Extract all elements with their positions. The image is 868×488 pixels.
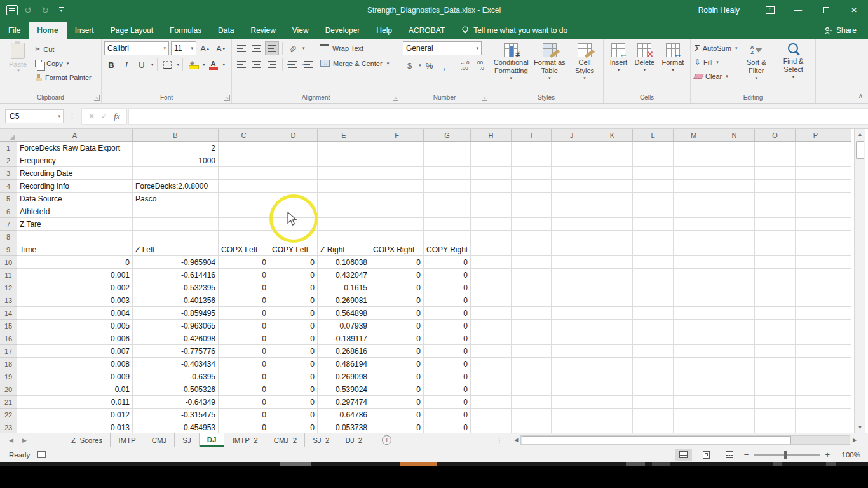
- cell-A11[interactable]: 0.001: [17, 269, 133, 281]
- conditional-formatting-button[interactable]: ≠ Conditional Formatting▾: [492, 41, 531, 82]
- cell-I23[interactable]: [512, 421, 552, 433]
- cell-E10[interactable]: 0.106038: [318, 256, 370, 269]
- font-name-combobox[interactable]: Calibri▾: [104, 41, 169, 55]
- cell-A12[interactable]: 0.002: [17, 281, 133, 294]
- cell-G3[interactable]: [424, 167, 471, 180]
- cell-E5[interactable]: [318, 193, 370, 205]
- cell-H13[interactable]: [471, 294, 512, 307]
- cell-B9[interactable]: Z Left: [133, 243, 219, 256]
- cell-P4[interactable]: [796, 180, 836, 193]
- cell-A20[interactable]: 0.01: [17, 383, 133, 396]
- row-header-3[interactable]: 3: [0, 167, 17, 180]
- cell-C19[interactable]: 0: [219, 370, 269, 383]
- cell-partial-3[interactable]: [836, 167, 851, 180]
- cell-G16[interactable]: 0: [424, 332, 471, 345]
- cell-O20[interactable]: [755, 383, 796, 396]
- cell-O22[interactable]: [755, 409, 796, 421]
- cell-I5[interactable]: [512, 193, 552, 205]
- orientation-icon[interactable]: ab: [286, 41, 300, 55]
- font-color-icon[interactable]: A: [207, 58, 220, 72]
- cell-G8[interactable]: [424, 231, 471, 243]
- cell-M5[interactable]: [674, 193, 714, 205]
- cell-J6[interactable]: [552, 205, 592, 218]
- cell-B16[interactable]: -0.426098: [133, 332, 219, 345]
- cell-C5[interactable]: [219, 193, 269, 205]
- cell-I16[interactable]: [512, 332, 552, 345]
- cell-C11[interactable]: 0: [219, 269, 269, 281]
- ribbon-tab-help[interactable]: Help: [368, 22, 400, 39]
- cell-B13[interactable]: -0.401356: [133, 294, 219, 307]
- cell-C23[interactable]: 0: [219, 421, 269, 433]
- cell-J17[interactable]: [552, 345, 592, 358]
- cell-F10[interactable]: 0: [370, 256, 424, 269]
- cell-B22[interactable]: -0.315475: [133, 409, 219, 421]
- cell-P1[interactable]: [796, 142, 836, 154]
- enter-formula-icon[interactable]: ✓: [101, 112, 107, 121]
- cell-C9[interactable]: COPX Left: [219, 243, 269, 256]
- formula-bar-splitter[interactable]: ⋮: [69, 112, 76, 120]
- cell-M4[interactable]: [674, 180, 714, 193]
- cell-D15[interactable]: 0: [269, 320, 318, 332]
- cell-B10[interactable]: -0.965904: [133, 256, 219, 269]
- cell-G6[interactable]: [424, 205, 471, 218]
- cell-P3[interactable]: [796, 167, 836, 180]
- cell-M6[interactable]: [674, 205, 714, 218]
- cell-C8[interactable]: [219, 231, 269, 243]
- cell-G21[interactable]: 0: [424, 396, 471, 409]
- cell-A14[interactable]: 0.004: [17, 307, 133, 320]
- row-header-2[interactable]: 2: [0, 154, 17, 167]
- row-header-20[interactable]: 20: [0, 383, 17, 396]
- cell-A23[interactable]: 0.013: [17, 421, 133, 433]
- increase-indent-icon[interactable]: →: [301, 57, 315, 71]
- cell-N18[interactable]: [714, 358, 755, 370]
- decrease-indent-icon[interactable]: ←: [286, 57, 300, 71]
- cell-B5[interactable]: Pasco: [133, 193, 219, 205]
- cell-partial-18[interactable]: [836, 358, 851, 370]
- cell-J14[interactable]: [552, 307, 592, 320]
- cell-I12[interactable]: [512, 281, 552, 294]
- cell-J7[interactable]: [552, 218, 592, 231]
- cell-K7[interactable]: [592, 218, 633, 231]
- cell-J20[interactable]: [552, 383, 592, 396]
- cell-I4[interactable]: [512, 180, 552, 193]
- cell-L19[interactable]: [633, 370, 674, 383]
- delete-cells-button[interactable]: ✕ Delete▾: [633, 41, 656, 74]
- cell-N22[interactable]: [714, 409, 755, 421]
- cell-N23[interactable]: [714, 421, 755, 433]
- cell-P7[interactable]: [796, 218, 836, 231]
- accounting-format-icon[interactable]: $: [403, 58, 416, 72]
- cell-G7[interactable]: [424, 218, 471, 231]
- cell-N11[interactable]: [714, 269, 755, 281]
- cell-D17[interactable]: 0: [269, 345, 318, 358]
- scroll-left-icon[interactable]: ◀: [512, 435, 520, 445]
- cell-O19[interactable]: [755, 370, 796, 383]
- horizontal-scroll-thumb[interactable]: [522, 436, 791, 444]
- cell-J3[interactable]: [552, 167, 592, 180]
- cell-O6[interactable]: [755, 205, 796, 218]
- cell-C14[interactable]: 0: [219, 307, 269, 320]
- cell-L7[interactable]: [633, 218, 674, 231]
- row-header-5[interactable]: 5: [0, 193, 17, 205]
- cell-partial-12[interactable]: [836, 281, 851, 294]
- cell-J4[interactable]: [552, 180, 592, 193]
- vertical-scrollbar[interactable]: ▲ ▼: [854, 129, 865, 433]
- redo-icon[interactable]: ↻▾: [41, 6, 52, 15]
- cell-N5[interactable]: [714, 193, 755, 205]
- cell-O18[interactable]: [755, 358, 796, 370]
- cell-C13[interactable]: 0: [219, 294, 269, 307]
- column-header-C[interactable]: C: [219, 129, 269, 142]
- cell-partial-1[interactable]: [836, 142, 851, 154]
- cell-J12[interactable]: [552, 281, 592, 294]
- cell-M13[interactable]: [674, 294, 714, 307]
- cell-O4[interactable]: [755, 180, 796, 193]
- cell-I8[interactable]: [512, 231, 552, 243]
- cell-P9[interactable]: [796, 243, 836, 256]
- cell-O8[interactable]: [755, 231, 796, 243]
- cell-E20[interactable]: 0.539024: [318, 383, 370, 396]
- cell-J21[interactable]: [552, 396, 592, 409]
- cell-K16[interactable]: [592, 332, 633, 345]
- cell-N3[interactable]: [714, 167, 755, 180]
- cell-C1[interactable]: [219, 142, 269, 154]
- cell-C17[interactable]: 0: [219, 345, 269, 358]
- ribbon-tab-formulas[interactable]: Formulas: [161, 22, 210, 39]
